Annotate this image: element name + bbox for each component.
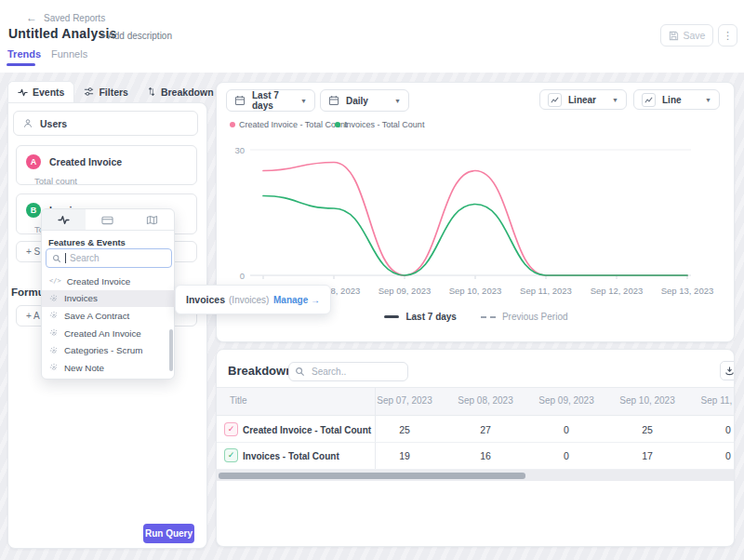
person-icon: [23, 118, 33, 128]
trend-line-chart[interactable]: 30 0: [217, 133, 736, 291]
table-cell: 25: [607, 424, 688, 435]
row-checkbox-created-invoice[interactable]: ✓: [224, 422, 238, 436]
table-row-label: Created Invoice - Total Count: [243, 425, 371, 435]
row-divider: [217, 442, 735, 443]
calendar-icon: [234, 95, 246, 106]
event-picker-popover: Features & Events Search </> Created Inv…: [41, 208, 175, 380]
chevron-down-icon: ▼: [394, 98, 401, 104]
query-tab-breakdown[interactable]: Breakdown: [138, 81, 223, 102]
search-icon: [52, 254, 61, 263]
picker-tab-library[interactable]: [130, 209, 174, 230]
query-tab-filters[interactable]: Filters: [74, 81, 138, 102]
custom-event-icon: [49, 294, 59, 303]
x-axis-label: Sep 09, 2023: [369, 286, 440, 296]
series-line[interactable]: [263, 196, 687, 276]
search-icon: [295, 367, 305, 377]
formula-section-heading: Formu: [11, 287, 45, 298]
legend-current-period[interactable]: Last 7 days: [384, 312, 456, 322]
column-header-title: Title: [230, 395, 247, 406]
custom-event-icon: [49, 346, 59, 355]
split-arrows-icon: [147, 87, 156, 97]
chevron-down-icon: ▼: [705, 97, 711, 103]
row-checkbox-invoices[interactable]: ✓: [224, 448, 238, 462]
manage-link[interactable]: Manage →: [273, 295, 320, 305]
picker-tab-events[interactable]: [42, 209, 86, 230]
event-badge-b: B: [26, 203, 41, 218]
scrollbar-thumb[interactable]: [219, 473, 525, 479]
users-selector[interactable]: Users: [13, 111, 198, 136]
dashed-line-swatch: [481, 316, 496, 318]
picker-tabbar: [42, 209, 174, 231]
chart-type-dropdown[interactable]: Line ▼: [633, 89, 720, 110]
y-tick-0: 0: [240, 271, 245, 281]
date-range-value: Last 7 days: [252, 90, 294, 111]
chevron-down-icon: ▼: [300, 98, 307, 104]
activity-icon: [58, 214, 70, 226]
picker-item-categories-scrum[interactable]: Categories - Scrum: [42, 341, 176, 359]
tooltip-title: Invoices: [186, 294, 225, 305]
download-icon: [724, 366, 735, 376]
table-cell: 0: [526, 424, 607, 435]
back-to-saved-reports[interactable]: ← Saved Reports: [26, 11, 105, 24]
event-aggregation[interactable]: Total count: [34, 176, 187, 186]
legend-label[interactable]: Created Invoice - Total Count: [239, 120, 347, 129]
app-root: ← Saved Reports Untitled Analysis + Add …: [0, 0, 744, 560]
picker-item-save-a-contract[interactable]: Save A Contract: [42, 307, 176, 325]
code-icon: </>: [49, 277, 61, 285]
picker-scrollbar[interactable]: [169, 329, 173, 371]
breakdown-card: Breakdown Title Sep 07, 2023 Sep 08, 202…: [216, 349, 735, 547]
search-placeholder: Search: [70, 253, 100, 263]
calendar-icon: [328, 95, 339, 106]
add-description-button[interactable]: + Add description: [100, 31, 172, 41]
event-name: Created Invoice: [49, 156, 122, 167]
picker-item-created-invoice[interactable]: </> Created Invoice: [42, 273, 176, 290]
download-button[interactable]: [720, 361, 735, 380]
date-range-dropdown[interactable]: Last 7 days ▼: [226, 89, 315, 112]
table-cell: 0: [688, 424, 736, 435]
kebab-menu-button[interactable]: ⋮: [718, 24, 737, 47]
picker-section-label: Features & Events: [48, 237, 174, 247]
scale-dropdown[interactable]: Linear ▼: [539, 89, 627, 110]
picker-item-new-note[interactable]: New Note: [42, 359, 176, 377]
x-axis-label: Sep 11, 2023: [511, 286, 581, 296]
interval-dropdown[interactable]: Daily ▼: [320, 89, 409, 112]
event-hover-tooltip: Invoices (Invoices) Manage →: [175, 285, 331, 314]
legend-previous-period[interactable]: Previous Period: [481, 312, 568, 322]
run-query-button[interactable]: Run Query: [143, 524, 194, 543]
save-label: Save: [684, 30, 706, 41]
table-row-label: Invoices - Total Count: [243, 451, 339, 461]
table-cell: 19: [365, 450, 445, 461]
series-line[interactable]: [263, 163, 687, 276]
custom-event-icon: [49, 311, 59, 320]
table-cell: 25: [365, 424, 445, 435]
table-cell: 0: [526, 450, 607, 461]
breakdown-search-input[interactable]: [288, 362, 408, 381]
breakdown-title: Breakdown: [228, 364, 293, 378]
picker-search-input[interactable]: Search: [46, 248, 172, 268]
back-label: Saved Reports: [44, 13, 105, 23]
tab-trends[interactable]: Trends: [7, 48, 41, 60]
add-event-label: + S: [26, 247, 40, 257]
left-arrow-icon: ←: [26, 11, 37, 24]
x-axis-label: Sep 12, 2023: [581, 286, 652, 296]
floppy-save-icon: [669, 31, 679, 41]
horizontal-scrollbar[interactable]: [217, 470, 735, 481]
legend-label[interactable]: Invoices - Total Count: [344, 120, 424, 129]
chevron-down-icon: ▼: [612, 97, 618, 103]
table-cell: 27: [445, 424, 526, 435]
tab-funnels[interactable]: Funnels: [51, 48, 87, 60]
x-axis-label: Sep 10, 2023: [440, 286, 511, 296]
picker-tab-properties[interactable]: [86, 209, 129, 230]
add-formula-label: + A: [26, 311, 40, 321]
query-tab-events[interactable]: Events: [7, 81, 74, 102]
picker-item-invoices[interactable]: Invoices: [42, 290, 176, 308]
save-button[interactable]: Save: [660, 24, 713, 47]
event-card-created-invoice[interactable]: A Created Invoice Total count: [16, 145, 197, 185]
table-cell: 0: [688, 450, 736, 461]
query-tab-label: Filters: [99, 87, 128, 98]
line-chart-icon: [642, 93, 656, 107]
query-panel-tabbar: Events Filters Breakdown: [7, 81, 223, 102]
event-badge-a: A: [26, 154, 41, 169]
credit-card-icon: [101, 214, 113, 226]
picker-item-created-an-invoice[interactable]: Created An Invoice: [42, 325, 176, 342]
